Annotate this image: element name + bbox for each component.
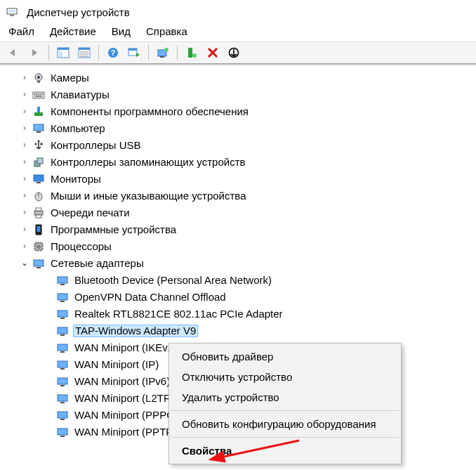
svg-rect-25 xyxy=(37,81,40,83)
svg-rect-35 xyxy=(34,124,44,131)
enable-device-button[interactable] xyxy=(183,44,201,62)
tree-node-software-components[interactable]: ›Компоненты программного обеспечения xyxy=(6,103,476,120)
ctx-uninstall-device[interactable]: Удалить устройство xyxy=(169,387,401,407)
network-adapter-icon xyxy=(56,375,69,388)
ctx-scan-hardware[interactable]: Обновить конфигурацию оборудования xyxy=(169,414,401,434)
tree-node-computer[interactable]: ›Компьютер xyxy=(6,120,476,137)
chevron-right-icon: › xyxy=(20,107,29,116)
tree-node-print-queues[interactable]: ›Очереди печати xyxy=(6,204,476,221)
tree-node-network-adapters[interactable]: ⌄Сетевые адаптеры xyxy=(6,255,476,272)
chevron-right-icon: › xyxy=(20,73,29,82)
menu-file[interactable]: Файл xyxy=(8,25,34,37)
network-adapter-icon xyxy=(56,409,69,422)
svg-rect-68 xyxy=(60,284,65,285)
tree-label: Компоненты программного обеспечения xyxy=(49,105,250,119)
computer-icon xyxy=(32,122,45,135)
ctx-separator xyxy=(171,437,399,438)
svg-rect-43 xyxy=(37,182,41,183)
toolbar-sep xyxy=(148,45,149,60)
ctx-properties[interactable]: Свойства xyxy=(169,440,401,461)
svg-rect-52 xyxy=(37,244,41,249)
svg-rect-85 xyxy=(58,429,67,435)
chevron-right-icon: › xyxy=(20,208,29,217)
menu-help[interactable]: Справка xyxy=(146,25,187,37)
tree-node-usb-controllers[interactable]: ›Контроллеры USB xyxy=(6,137,476,154)
help-button[interactable]: ? xyxy=(104,44,122,62)
tree-label: Bluetooth Device (Personal Area Network) xyxy=(73,274,273,287)
svg-rect-26 xyxy=(32,92,45,98)
tree-node-adapter[interactable]: Bluetooth Device (Personal Area Network) xyxy=(6,272,476,289)
svg-rect-33 xyxy=(37,107,40,112)
svg-rect-50 xyxy=(37,226,41,232)
monitor-icon xyxy=(32,173,45,185)
disable-device-button[interactable] xyxy=(225,44,243,62)
back-button[interactable] xyxy=(4,44,22,62)
svg-rect-86 xyxy=(60,436,65,437)
toolbar-sep xyxy=(177,45,178,60)
tree-node-adapter-selected[interactable]: TAP-Windows Adapter V9 xyxy=(6,322,476,339)
svg-point-37 xyxy=(38,141,40,143)
svg-rect-75 xyxy=(58,344,67,351)
tree-label: Процессоры xyxy=(49,240,113,254)
svg-rect-73 xyxy=(58,327,67,334)
svg-rect-84 xyxy=(60,419,65,420)
tree-label: Программные устройства xyxy=(49,223,178,237)
svg-point-38 xyxy=(35,143,37,145)
tree-node-processors[interactable]: ›Процессоры xyxy=(6,238,476,255)
svg-rect-78 xyxy=(60,368,65,370)
svg-rect-39 xyxy=(41,143,43,145)
devmgr-icon xyxy=(6,6,18,18)
tree-label: Контроллеры запоминающих устройств xyxy=(49,156,246,169)
update-driver-button[interactable] xyxy=(154,44,172,62)
menu-bar: Файл Действие Вид Справка xyxy=(0,22,476,41)
svg-rect-74 xyxy=(60,334,65,336)
tree-node-cameras[interactable]: ›Камеры xyxy=(6,70,476,86)
title-bar: Диспетчер устройств xyxy=(0,0,476,22)
properties-button[interactable] xyxy=(75,44,93,62)
chevron-right-icon: › xyxy=(20,242,29,251)
menu-action[interactable]: Действие xyxy=(50,25,96,37)
ctx-disable-device[interactable]: Отключить устройство xyxy=(169,367,401,387)
forward-button[interactable] xyxy=(25,44,44,62)
svg-rect-46 xyxy=(34,211,43,215)
svg-rect-70 xyxy=(60,301,65,302)
software-component-icon xyxy=(32,105,45,118)
ctx-update-driver[interactable]: Обновить драйвер xyxy=(169,346,401,367)
tree-node-storage-controllers[interactable]: ›Контроллеры запоминающих устройств xyxy=(6,154,476,171)
svg-rect-1 xyxy=(8,10,15,13)
svg-rect-29 xyxy=(38,93,39,95)
network-adapter-icon xyxy=(56,325,69,337)
scan-hardware-button[interactable] xyxy=(125,44,143,62)
svg-rect-36 xyxy=(37,131,41,133)
svg-rect-4 xyxy=(58,48,69,50)
svg-text:?: ? xyxy=(111,48,116,57)
svg-rect-2 xyxy=(10,15,14,16)
toolbar-sep xyxy=(48,45,49,60)
chevron-right-icon: › xyxy=(20,157,29,167)
tree-node-software-devices[interactable]: ›Программные устройства xyxy=(6,221,476,238)
tree-label: Мониторы xyxy=(49,173,103,186)
network-adapter-icon xyxy=(56,341,69,354)
show-hide-tree-button[interactable] xyxy=(54,44,72,62)
network-adapter-icon xyxy=(56,308,69,320)
tree-node-adapter[interactable]: Realtek RTL8821CE 802.11ac PCIe Adapter xyxy=(6,306,476,322)
window-title: Диспетчер устройств xyxy=(27,6,130,18)
tree-label: WAN Miniport (PPTP) xyxy=(73,426,178,439)
svg-rect-66 xyxy=(37,267,41,268)
svg-rect-69 xyxy=(58,294,67,300)
network-adapter-icon xyxy=(32,257,45,270)
menu-view[interactable]: Вид xyxy=(112,25,131,37)
tree-node-keyboards[interactable]: ›Клавиатуры xyxy=(6,86,476,103)
svg-rect-14 xyxy=(128,48,137,51)
tree-node-mice[interactable]: ›Мыши и иные указывающие устройства xyxy=(6,188,476,204)
toolbar-sep xyxy=(98,45,99,60)
tree-node-monitors[interactable]: ›Мониторы xyxy=(6,171,476,188)
svg-rect-80 xyxy=(60,385,65,386)
tree-node-adapter[interactable]: OpenVPN Data Channel Offload xyxy=(6,289,476,306)
svg-rect-72 xyxy=(60,318,65,319)
svg-rect-71 xyxy=(58,311,67,317)
tree-label: Очереди печати xyxy=(49,207,131,220)
uninstall-device-button[interactable] xyxy=(204,44,222,62)
network-adapter-icon xyxy=(56,426,69,438)
tree-label: WAN Miniport (IKEv2) xyxy=(73,341,178,355)
